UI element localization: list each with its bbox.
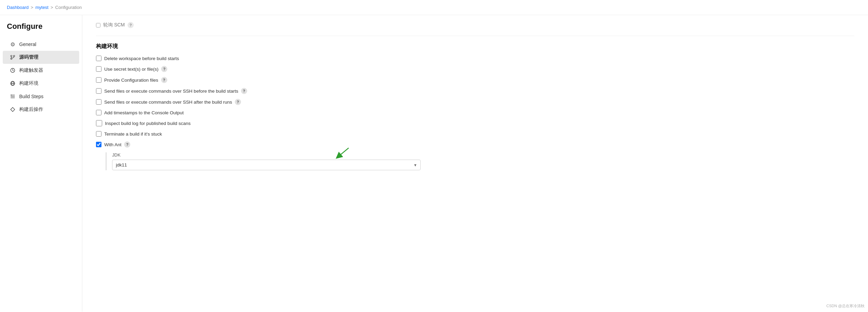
- timestamps-label[interactable]: Add timestamps to the Console Output: [104, 110, 184, 115]
- sidebar-item-label: General: [19, 42, 36, 47]
- secret-text-checkbox[interactable]: [96, 66, 101, 72]
- delete-workspace-checkbox[interactable]: [96, 56, 101, 61]
- globe-icon: [10, 80, 16, 86]
- green-arrow-annotation: [331, 146, 352, 160]
- sidebar-item-source-mgmt[interactable]: 源码管理: [3, 51, 79, 64]
- inspect-build-log-checkbox[interactable]: [96, 120, 102, 126]
- secret-text-help-icon[interactable]: ?: [161, 66, 167, 72]
- checkbox-row-ssh-before: Send files or execute commands over SSH …: [96, 88, 854, 94]
- config-files-label[interactable]: Provide Configuration files: [104, 78, 158, 83]
- ssh-after-checkbox[interactable]: [96, 99, 101, 105]
- gear-icon: ⚙: [10, 41, 16, 47]
- checkbox-row-timestamps: Add timestamps to the Console Output: [96, 110, 854, 115]
- ant-subsection: JDK jdk11 jdk8: [106, 152, 854, 170]
- jdk-label: JDK: [112, 152, 421, 158]
- top-partial-section: 轮询 SCM ?: [96, 22, 854, 36]
- sidebar-item-build-triggers[interactable]: 构建触发器: [3, 64, 79, 77]
- checkbox-row-config-files: Provide Configuration files ?: [96, 77, 854, 83]
- scm-poll-checkbox[interactable]: [96, 23, 100, 27]
- breadcrumb-sep1: >: [31, 5, 34, 10]
- build-env-section: 构建环境 Delete workspace before build start…: [96, 43, 854, 170]
- sidebar-item-label: 构建触发器: [19, 67, 43, 73]
- checkbox-row-terminate-stuck: Terminate a build if it's stuck: [96, 131, 854, 137]
- checkbox-row-inspect-build-log: Inspect build log for published build sc…: [96, 120, 854, 126]
- sidebar-item-general[interactable]: ⚙ General: [3, 38, 79, 51]
- sidebar-item-label: 构建后操作: [19, 106, 43, 113]
- sidebar-item-label: Build Steps: [19, 94, 44, 99]
- checkbox-row-secret-text: Use secret text(s) or file(s) ?: [96, 66, 854, 72]
- with-ant-help-icon[interactable]: ?: [124, 141, 130, 148]
- checkbox-row-delete-workspace: Delete workspace before build starts: [96, 56, 854, 61]
- ssh-before-help-icon[interactable]: ?: [241, 88, 247, 94]
- secret-text-label[interactable]: Use secret text(s) or file(s): [104, 67, 158, 72]
- main-content: 轮询 SCM ? 构建环境 Delete workspace before bu…: [82, 15, 868, 312]
- svg-rect-13: [11, 95, 12, 95]
- sidebar-item-build-env[interactable]: 构建环境: [3, 77, 79, 90]
- with-ant-label[interactable]: With Ant: [104, 142, 121, 147]
- ssh-after-help-icon[interactable]: ?: [235, 99, 241, 105]
- scm-poll-help-icon[interactable]: ?: [128, 22, 134, 28]
- inspect-build-log-label[interactable]: Inspect build log for published build sc…: [105, 121, 191, 126]
- config-files-help-icon[interactable]: ?: [161, 77, 167, 83]
- branch-icon: [10, 54, 16, 60]
- delete-workspace-label[interactable]: Delete workspace before build starts: [104, 56, 179, 61]
- ssh-before-checkbox[interactable]: [96, 88, 101, 94]
- build-env-title: 构建环境: [96, 43, 854, 50]
- sidebar-item-label: 源码管理: [19, 54, 38, 60]
- jdk-select-wrapper: jdk11 jdk8 jdk17: [112, 160, 421, 170]
- watermark: CSDN @总在寒冷清秋: [827, 303, 865, 309]
- svg-line-6: [13, 70, 14, 71]
- scm-poll-label[interactable]: 轮询 SCM: [103, 22, 125, 28]
- diamond-icon: [10, 106, 16, 113]
- svg-point-0: [11, 55, 12, 57]
- sidebar-item-post-build[interactable]: 构建后操作: [3, 103, 79, 116]
- svg-marker-14: [11, 107, 15, 112]
- config-files-checkbox[interactable]: [96, 77, 101, 83]
- clock-icon: [10, 67, 16, 73]
- sidebar-item-build-steps[interactable]: Build Steps: [3, 90, 79, 103]
- terminate-stuck-label[interactable]: Terminate a build if it's stuck: [104, 131, 162, 137]
- jdk-field-area: JDK jdk11 jdk8: [112, 152, 421, 170]
- with-ant-checkbox[interactable]: [96, 142, 101, 147]
- sidebar: Configure ⚙ General 源码管理: [0, 15, 82, 312]
- breadcrumb-dashboard[interactable]: Dashboard: [7, 5, 29, 10]
- ssh-before-label[interactable]: Send files or execute commands over SSH …: [104, 89, 238, 94]
- breadcrumb-sep2: >: [51, 5, 53, 10]
- checkbox-row-with-ant: With Ant ?: [96, 141, 854, 148]
- sidebar-item-label: 构建环境: [19, 80, 38, 86]
- checkbox-row-ssh-after: Send files or execute commands over SSH …: [96, 99, 854, 105]
- ssh-after-label[interactable]: Send files or execute commands over SSH …: [104, 100, 232, 105]
- breadcrumb: Dashboard > mytest > Configuration: [0, 0, 868, 15]
- jdk-select[interactable]: jdk11 jdk8 jdk17: [112, 160, 421, 170]
- sidebar-title: Configure: [0, 22, 82, 38]
- partial-row-scm: 轮询 SCM ?: [96, 22, 854, 28]
- svg-point-2: [11, 58, 12, 59]
- svg-point-1: [13, 55, 15, 57]
- breadcrumb-current: Configuration: [55, 5, 82, 10]
- list-icon: [10, 93, 16, 100]
- terminate-stuck-checkbox[interactable]: [96, 131, 101, 137]
- breadcrumb-mytest[interactable]: mytest: [35, 5, 48, 10]
- timestamps-checkbox[interactable]: [96, 110, 101, 115]
